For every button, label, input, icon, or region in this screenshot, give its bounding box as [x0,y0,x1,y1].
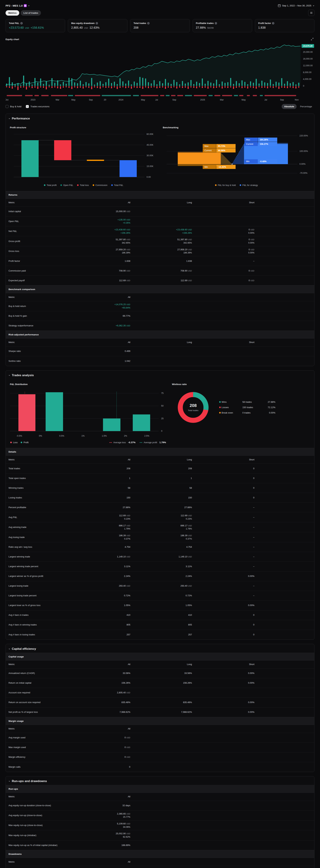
table-cell: 0USD [97,744,130,750]
table-cell: 1.838 [97,258,130,264]
table-cell [130,220,192,223]
info-icon[interactable]: i [20,22,23,25]
runups-panel-header[interactable]: Run-ups and drawdowns [6,776,314,785]
table-cell: Expected payoff [8,278,97,283]
table-cell: 0USD0.00% [192,247,254,256]
table-cell [192,360,254,363]
date-range-picker[interactable]: Sep 1, 2022 – Nov 30, 2025 [278,4,315,7]
table-cell: 112.69USD [130,278,192,283]
absolute-button[interactable]: Absolute [282,104,296,109]
table-cell: 208 [130,466,192,471]
info-icon[interactable]: i [215,22,217,25]
svg-text:0.5%: 0.5% [59,435,64,437]
table-cell: 805 [130,622,192,628]
table-cell: Open P&L [8,218,97,224]
table-cell [192,210,254,213]
percentage-button[interactable]: Percentage [298,104,315,109]
legend-dot [239,184,241,186]
svg-text:0.00: 0.00 [147,176,151,178]
table-cell: Margin efficiency [8,754,97,760]
table-row: Largest losing trade percent0.72%0.72%– [6,591,314,601]
layout-settings-button[interactable] [308,10,315,16]
capital-panel-header[interactable]: Capital efficiency [6,644,314,653]
legend-dot [60,184,62,186]
table-cell [254,565,312,568]
table-cell: 2.24% [130,573,192,579]
table-header-row: MetricAllLongShort [6,456,314,464]
table-cell: All [97,339,130,345]
table-cell: Strategy outperformance [8,323,97,329]
table-cell [130,860,312,863]
table-cell: 27.88% [97,504,130,510]
table-cell: 51,397.80USD342.65% [130,237,192,246]
table-row: Largest winning trade percent3.11%3.11%– [6,562,314,571]
table-header-row: MetricAllLongShort [6,660,314,669]
table-cell: Largest winning trade [8,554,97,560]
table-cell: Return on account size required [8,700,97,705]
table-cell: Largest winner as % of gross profit [8,573,97,579]
legend-item-total-profit: Total profit [44,184,57,186]
benchmarking-legend: P&L for buy & holdP&L for strategy [161,183,312,189]
winloss-title: Win/loss ratio [172,383,312,385]
svg-text:30.00K: 30.00K [147,154,154,157]
table-cell: Metric [8,859,97,865]
info-icon[interactable]: i [272,22,275,25]
table-cell: Avg # bars in trades [8,612,97,618]
info-icon[interactable]: i [147,22,150,25]
pnl-distribution-chart: 0255075-0.5%0%0.5%1%1.5%2%2.5% [8,387,168,441]
table-cell: Total trades [8,466,97,471]
calendar-icon [278,4,281,7]
tab-list-of-trades[interactable]: List of trades [21,10,41,16]
performance-panel-header[interactable]: Performance [6,114,314,122]
legend-label: Break even [222,411,243,414]
svg-text:0: 0 [161,430,162,432]
expand-chart-button[interactable] [310,37,315,42]
kpi-label: Profit factori [258,22,311,25]
table-cell [254,279,312,282]
table-cell: Long [130,457,192,463]
legend-pct: 27.88% [263,401,276,403]
trades-panel-header[interactable]: Trades analysis [6,370,314,379]
table-cell: All [97,294,130,300]
svg-text:Nov: Nov [295,99,299,101]
table-cell: Short [192,199,254,206]
table-cell: Metric [8,294,97,300]
kpi-label: Profitable tradesi [196,22,249,25]
buy-hold-checkbox[interactable]: Buy & hold [5,105,21,108]
table-row: Max equity run-up (intrabar)25,002.90USD… [6,830,314,840]
table-cell: 0.00% [192,680,254,686]
table-cell: 0USD0.00% [192,227,254,236]
table-cell: Metric [8,199,97,206]
table-cell [254,691,312,694]
svg-text:2024: 2024 [119,99,123,101]
svg-text:0.00%: 0.00% [299,163,306,165]
table-header-row: MetricAllLongShort [6,199,314,207]
table-cell: All [97,199,130,206]
tab-metrics[interactable]: Metrics [5,10,19,16]
info-icon[interactable]: i [96,22,98,25]
svg-text:Sep: Sep [172,99,176,101]
table-row: Largest winning trade1,149.10USD1,149.10… [6,552,314,562]
table-row: Sortino ratio1.042 [6,356,314,366]
table-row: Max margin used0USD [6,743,314,752]
runups-drawdowns-panel: Run-ups and drawdowns Run-upsMetricAllAv… [5,776,315,868]
table-cell: 58 [97,485,130,491]
table-row: Avg # bars in winning trades8058050 [6,620,314,630]
strategy-selector[interactable]: PF2 - MES 1.0 [5,4,30,7]
table-cell: 4.754 [97,544,130,550]
svg-text:16,000.00: 16,000.00 [303,58,313,60]
table-cell: Account size required [8,690,97,695]
svg-text:23,570.20: 23,570.20 [303,45,313,47]
equity-chart[interactable]: 04,000.008,000.0012,000.0016,000.0020,00… [5,42,315,103]
legend-label: Losses [222,406,243,409]
table-cell: 186.39USD0.37% [130,533,192,541]
list-layout-icon [310,11,313,14]
trades-excursions-checkbox[interactable]: ✓ Trades excursions [26,105,50,108]
table-cell: Initial capital [8,209,97,214]
table-cell: Long [130,661,192,667]
table-cell: 0 [192,632,254,638]
table-cell: Winning trades [8,485,97,491]
table-cell: 0.00% [192,700,254,705]
table-cell: 708.90USD [130,268,192,274]
table-cell: 1 [130,475,192,481]
